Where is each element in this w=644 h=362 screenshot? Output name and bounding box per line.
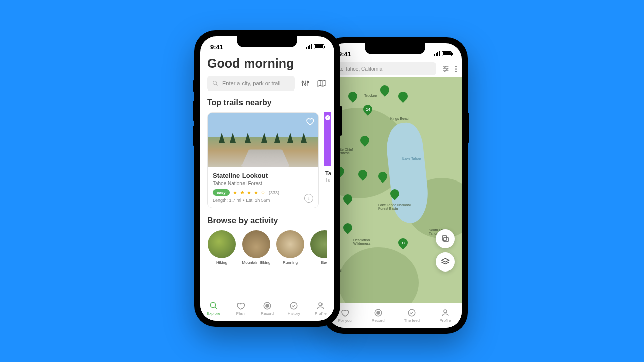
download-icon[interactable]: ↓ [304,194,313,203]
tab-record[interactable]: Record [254,296,280,321]
svg-point-24 [210,302,216,308]
map-pin[interactable] [358,170,367,182]
map-layers-button[interactable] [436,252,455,272]
notch [365,43,425,54]
map-label: Truckee [364,94,377,97]
browse-activity-title: Browse by activity [207,216,327,225]
activity-backpacking[interactable]: Bac [310,230,327,265]
tab-history[interactable]: History [281,296,307,321]
map-label: Lake Tahoe National Forest Basin [378,203,419,210]
svg-point-28 [290,302,297,309]
map-label: Lake Tahoe [403,157,421,160]
svg-point-4 [446,68,448,70]
map-search-input[interactable]: ke Tahoe, California [333,62,436,75]
map-overlay-button[interactable] [436,229,455,248]
svg-rect-7 [444,237,448,242]
difficulty-badge: easy [213,189,230,196]
svg-rect-6 [442,236,447,240]
map-pin-cluster[interactable]: 14 [363,105,372,117]
svg-point-12 [444,310,447,313]
map-pin[interactable] [378,172,387,184]
tab-plan[interactable]: Plan [227,296,254,321]
activity-image [310,230,327,258]
map-icon[interactable] [316,78,327,89]
search-placeholder: Enter a city, park or trail [222,80,280,86]
battery-icon [442,51,452,56]
svg-point-20 [307,81,309,83]
trail-stats: Length: 1.7 mi • Est. 1h 56m [213,198,313,203]
map-pin[interactable] [348,92,357,104]
activity-image [242,230,270,258]
top-trails-title: Top trails nearby [207,98,327,107]
activity-image [276,230,304,258]
trail-card[interactable]: Stateline Lookout Tahoe National Forest … [207,112,319,208]
search-input[interactable]: Enter a city, park or trail [207,76,295,91]
svg-line-25 [215,307,217,309]
more-icon[interactable] [455,66,457,72]
phone-map-screen: 9:41 ke Tahoe, California [322,37,468,334]
tab-explore[interactable]: Explore [200,296,227,321]
checkmark-icon: ✓ [325,115,330,120]
tab-feed[interactable]: The feed [395,303,429,328]
status-time: 9:41 [210,43,223,51]
map-pin[interactable] [360,136,369,148]
svg-marker-21 [318,80,325,86]
filter-icon[interactable] [440,63,451,74]
map-label: Desolation Wilderness [353,238,383,245]
trail-name: Stateline Lookout [213,172,313,179]
svg-point-19 [305,84,306,85]
tab-profile[interactable]: Profile [429,303,462,328]
map-label: Kings Beach [390,117,410,120]
svg-point-27 [266,304,269,307]
battery-icon [314,44,324,49]
tab-bar: For you Record The feed Profile [328,303,462,328]
signal-icon [434,51,440,56]
search-icon [212,80,218,86]
trail-location: Tahoe National Forest [213,180,313,186]
svg-point-13 [213,81,217,85]
phone-explore-screen: 9:41 Good morning Enter a city, park or … [194,30,340,327]
map-pin[interactable] [380,85,389,98]
favorite-icon[interactable] [305,117,314,128]
svg-line-14 [216,84,218,86]
map-pin[interactable] [343,223,352,235]
star-rating: ★ ★ ★ ★ ☆ [233,190,266,195]
activity-mountain-biking[interactable]: Mountain Biking [242,230,271,265]
svg-point-5 [444,70,446,72]
svg-point-18 [302,81,303,83]
map-view[interactable]: Truckee Kings Beach Granite Chief Wilder… [328,77,462,303]
activity-running[interactable]: Running [276,230,305,265]
svg-point-10 [377,311,380,314]
map-pin[interactable] [343,194,352,206]
map-pin[interactable] [390,189,399,201]
svg-marker-8 [442,258,449,262]
review-count: (333) [269,190,279,195]
trail-card-peek[interactable]: ✓ Ta Ta [324,112,331,208]
tab-profile[interactable]: Profile [307,296,334,321]
search-value: ke Tahoe, California [338,66,382,72]
activity-hiking[interactable]: Hiking [207,230,236,265]
trail-image [208,113,318,167]
tab-record[interactable]: Record [362,303,395,328]
svg-point-3 [444,66,446,68]
map-pin-cluster[interactable]: 8 [398,238,408,250]
signal-icon [306,44,312,49]
svg-point-29 [319,303,322,306]
tab-bar: Explore Plan Record History Profile [200,296,334,321]
greeting-title: Good morning [207,56,327,71]
activity-image [208,230,236,258]
map-pin[interactable] [398,92,408,104]
filter-icon[interactable] [300,78,311,89]
svg-point-11 [409,309,416,316]
notch [237,36,297,47]
